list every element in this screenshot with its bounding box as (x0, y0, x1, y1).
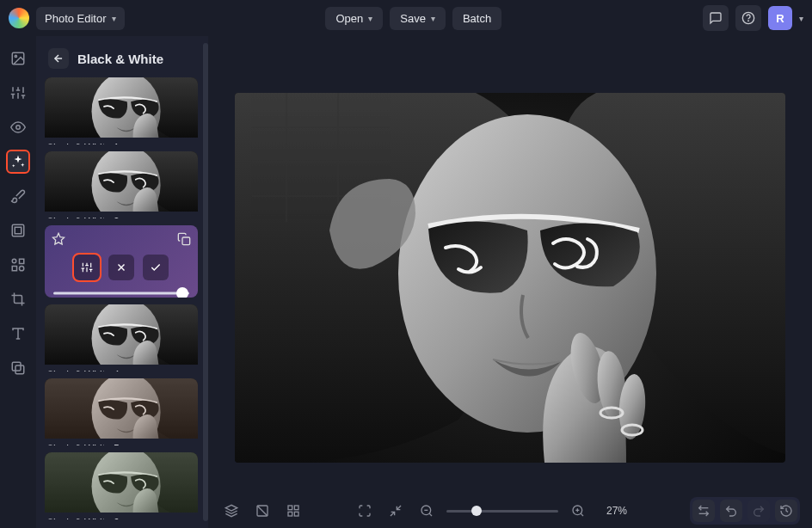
chevron-down-icon: ▾ (112, 14, 116, 23)
top-bar: Photo Editor ▾ Open ▾ Save ▾ Batch R ▾ (0, 0, 812, 36)
image-icon[interactable] (6, 46, 30, 71)
preset-item[interactable]: Black & White 4 (45, 304, 198, 371)
svg-marker-61 (225, 505, 237, 511)
eye-icon[interactable] (6, 115, 30, 139)
chevron-down-icon: ▾ (431, 14, 435, 23)
save-label: Save (400, 12, 426, 25)
preset-list: Black & White 1 Black & White 2 (45, 77, 208, 519)
layers-icon[interactable] (220, 500, 243, 522)
fit-icon[interactable] (384, 500, 407, 522)
batch-button[interactable]: Batch (452, 7, 501, 30)
avatar-initial: R (776, 12, 784, 25)
fullscreen-icon[interactable] (354, 500, 376, 522)
svg-rect-65 (288, 512, 292, 516)
bottom-bar: 27% (208, 494, 812, 528)
sparkle-icon[interactable] (6, 150, 30, 174)
svg-rect-23 (15, 365, 24, 374)
preset-item[interactable]: Black & White 6 (45, 452, 198, 519)
text-icon[interactable] (6, 322, 30, 346)
svg-rect-66 (294, 512, 298, 516)
svg-rect-22 (12, 362, 21, 371)
comment-icon[interactable] (703, 5, 729, 31)
zoom-out-icon[interactable] (415, 500, 438, 522)
zoom-in-icon[interactable] (567, 500, 589, 522)
svg-point-1 (748, 21, 749, 21)
preset-label: Black & White 2 (45, 212, 198, 218)
svg-rect-45 (45, 378, 198, 439)
svg-marker-28 (52, 233, 64, 244)
svg-line-68 (429, 513, 432, 516)
svg-rect-29 (182, 237, 190, 245)
save-button[interactable]: Save ▾ (390, 7, 446, 30)
preset-thumbnail (45, 378, 198, 439)
brush-icon[interactable] (6, 184, 30, 208)
preset-thumbnail (45, 77, 198, 138)
preset-item[interactable] (45, 225, 198, 298)
confirm-icon[interactable] (143, 255, 169, 280)
batch-label: Batch (463, 12, 491, 25)
svg-rect-17 (20, 259, 24, 263)
chevron-down-icon[interactable]: ▾ (799, 14, 803, 23)
grid-icon[interactable] (282, 500, 304, 522)
svg-rect-18 (12, 267, 16, 271)
mask-icon[interactable] (251, 500, 274, 522)
svg-rect-48 (45, 452, 198, 513)
svg-rect-14 (12, 224, 24, 236)
chevron-down-icon: ▾ (368, 14, 372, 23)
preset-label: Black & White 1 (45, 138, 198, 144)
mode-dropdown[interactable]: Photo Editor ▾ (36, 7, 125, 30)
preset-item[interactable]: Black & White 1 (45, 77, 198, 144)
zoom-label: 27% (606, 505, 641, 517)
star-icon[interactable] (52, 232, 65, 246)
history-icon[interactable] (775, 500, 797, 522)
cancel-icon[interactable] (108, 255, 134, 280)
preset-thumbnail (45, 452, 198, 513)
svg-point-16 (12, 259, 16, 263)
open-button[interactable]: Open ▾ (325, 7, 383, 30)
crop-icon[interactable] (6, 287, 30, 311)
user-avatar[interactable]: R (768, 6, 792, 30)
adjust-icon[interactable] (6, 81, 30, 105)
redo-icon[interactable] (747, 500, 770, 522)
app-logo[interactable] (9, 8, 29, 28)
undo-icon[interactable] (720, 500, 742, 522)
svg-rect-15 (15, 227, 22, 234)
copy-icon[interactable] (177, 232, 191, 246)
preset-label: Black & White 4 (45, 365, 198, 371)
canvas-area: 27% (208, 36, 812, 528)
back-button[interactable] (48, 48, 69, 69)
svg-line-71 (581, 513, 583, 516)
canvas[interactable] (208, 36, 812, 494)
filter-panel: Black & White Black & White 1 Black & Wh… (36, 36, 208, 528)
svg-rect-64 (294, 506, 298, 510)
intensity-slider[interactable] (52, 287, 191, 298)
svg-rect-63 (288, 506, 292, 510)
preset-thumbnail (45, 151, 198, 212)
preset-thumbnail (45, 304, 198, 365)
tool-rail (0, 36, 36, 528)
help-icon[interactable] (735, 5, 761, 31)
panel-title: Black & White (77, 52, 163, 66)
tune-icon[interactable] (74, 255, 100, 280)
svg-point-3 (15, 55, 16, 57)
svg-point-19 (20, 267, 24, 271)
overlay-icon[interactable] (6, 356, 30, 380)
preset-label: Black & White 6 (45, 513, 198, 519)
compare-icon[interactable] (692, 500, 715, 522)
frame-icon[interactable] (6, 218, 30, 243)
preset-item[interactable]: Black & White 5 (45, 378, 198, 445)
elements-icon[interactable] (6, 253, 30, 277)
preset-item[interactable]: Black & White 2 (45, 151, 198, 218)
preset-label: Black & White 5 (45, 439, 198, 445)
photo-preview (235, 93, 785, 463)
zoom-slider[interactable] (446, 510, 558, 513)
open-label: Open (335, 12, 363, 25)
svg-point-13 (16, 126, 21, 130)
mode-label: Photo Editor (45, 12, 107, 25)
zoom-slider-thumb[interactable] (471, 506, 482, 516)
